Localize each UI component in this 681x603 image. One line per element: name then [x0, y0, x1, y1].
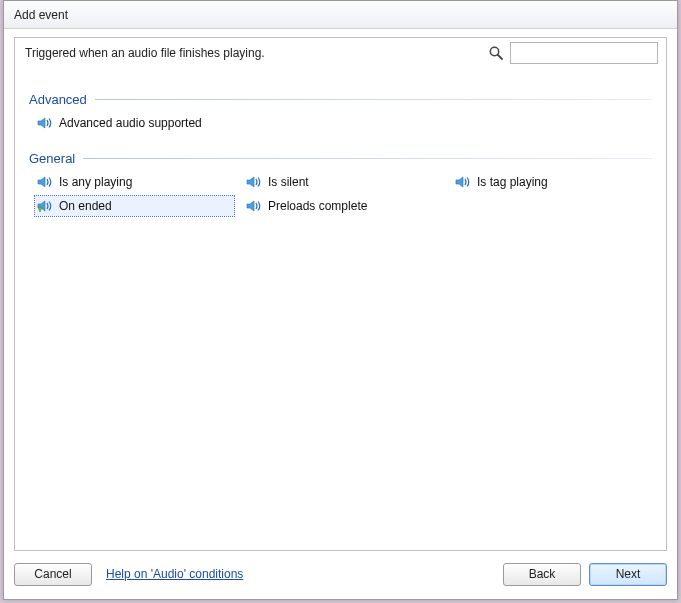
add-event-dialog: Add event Triggered when an audio file f… — [3, 0, 678, 600]
audio-icon — [37, 175, 55, 189]
back-button[interactable]: Back — [503, 563, 581, 586]
condition-label: Is tag playing — [477, 175, 548, 189]
condition-on-ended[interactable]: On ended — [35, 196, 234, 216]
condition-label: Is any playing — [59, 175, 132, 189]
group-divider — [95, 99, 652, 100]
audio-trigger-icon — [37, 199, 55, 213]
next-button[interactable]: Next — [589, 563, 667, 586]
window-title: Add event — [14, 8, 68, 22]
audio-icon — [37, 116, 55, 130]
dialog-footer: Cancel Help on 'Audio' conditions Back N… — [14, 559, 667, 589]
condition-label: Is silent — [268, 175, 309, 189]
group-header-advanced[interactable]: Advanced — [29, 92, 652, 107]
group-advanced: Advanced Advanced audio supported — [29, 92, 652, 133]
condition-preloads-complete[interactable]: Preloads complete — [244, 196, 443, 216]
condition-label: Advanced audio supported — [59, 116, 202, 130]
group-label: General — [29, 151, 83, 166]
help-link[interactable]: Help on 'Audio' conditions — [106, 567, 243, 581]
condition-groups: Advanced Advanced audio supported — [29, 92, 652, 542]
audio-icon — [455, 175, 473, 189]
condition-advanced-audio-supported[interactable]: Advanced audio supported — [35, 113, 234, 133]
cancel-button[interactable]: Cancel — [14, 563, 92, 586]
group-label: Advanced — [29, 92, 95, 107]
dialog-body: Triggered when an audio file finishes pl… — [14, 37, 667, 551]
audio-icon — [246, 199, 264, 213]
group-items-advanced: Advanced audio supported — [29, 113, 652, 133]
condition-description: Triggered when an audio file finishes pl… — [25, 46, 265, 60]
condition-label: On ended — [59, 199, 112, 213]
condition-is-any-playing[interactable]: Is any playing — [35, 172, 234, 192]
search-input[interactable] — [510, 42, 658, 64]
svg-line-1 — [498, 55, 502, 59]
condition-label: Preloads complete — [268, 199, 367, 213]
audio-icon — [246, 175, 264, 189]
group-general: General Is any playing — [29, 151, 652, 216]
condition-is-tag-playing[interactable]: Is tag playing — [453, 172, 652, 192]
window-titlebar: Add event — [4, 1, 677, 29]
search-area — [488, 42, 658, 64]
condition-is-silent[interactable]: Is silent — [244, 172, 443, 192]
group-items-general: Is any playing Is silent — [29, 172, 652, 216]
group-header-general[interactable]: General — [29, 151, 652, 166]
group-divider — [83, 158, 652, 159]
description-row: Triggered when an audio file finishes pl… — [15, 38, 666, 72]
search-icon — [488, 45, 504, 61]
